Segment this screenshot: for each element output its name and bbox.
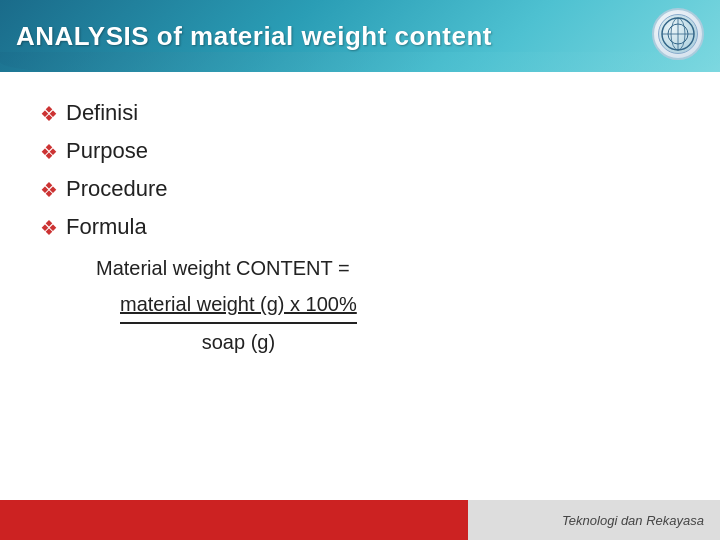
footer-label: Teknologi dan Rekayasa bbox=[562, 513, 704, 528]
footer-red-bar bbox=[0, 500, 468, 540]
bullet-item-4: ❖ Formula bbox=[40, 214, 680, 240]
bullet-label-3: Procedure bbox=[66, 176, 168, 202]
footer: Teknologi dan Rekayasa bbox=[0, 500, 720, 540]
bullet-icon-3: ❖ bbox=[40, 178, 58, 202]
bullet-label-1: Definisi bbox=[66, 100, 138, 126]
formula-intro: Material weight CONTENT = bbox=[96, 252, 680, 284]
logo-inner bbox=[658, 14, 698, 54]
header: ANALYSIS of material weight content bbox=[0, 0, 720, 72]
header-logo bbox=[652, 8, 704, 60]
formula-section: Material weight CONTENT = material weigh… bbox=[96, 252, 680, 358]
bullet-icon-4: ❖ bbox=[40, 216, 58, 240]
bullet-label-4: Formula bbox=[66, 214, 147, 240]
slide: ANALYSIS of material weight content ❖ De… bbox=[0, 0, 720, 540]
footer-right-bar: Teknologi dan Rekayasa bbox=[468, 500, 720, 540]
formula-fraction: material weight (g) x 100% soap (g) bbox=[120, 288, 357, 358]
fraction-numerator: material weight (g) x 100% bbox=[120, 288, 357, 324]
formula-fraction-block: material weight (g) x 100% soap (g) bbox=[116, 288, 680, 358]
bullet-icon-2: ❖ bbox=[40, 140, 58, 164]
bullet-icon-1: ❖ bbox=[40, 102, 58, 126]
fraction-denominator: soap (g) bbox=[120, 324, 357, 358]
logo-circle bbox=[652, 8, 704, 60]
bullet-item-2: ❖ Purpose bbox=[40, 138, 680, 164]
bullet-label-2: Purpose bbox=[66, 138, 148, 164]
bullet-item-1: ❖ Definisi bbox=[40, 100, 680, 126]
content-area: ❖ Definisi ❖ Purpose ❖ Procedure ❖ Formu… bbox=[0, 72, 720, 378]
slide-title: ANALYSIS of material weight content bbox=[16, 21, 492, 52]
bullet-item-3: ❖ Procedure bbox=[40, 176, 680, 202]
